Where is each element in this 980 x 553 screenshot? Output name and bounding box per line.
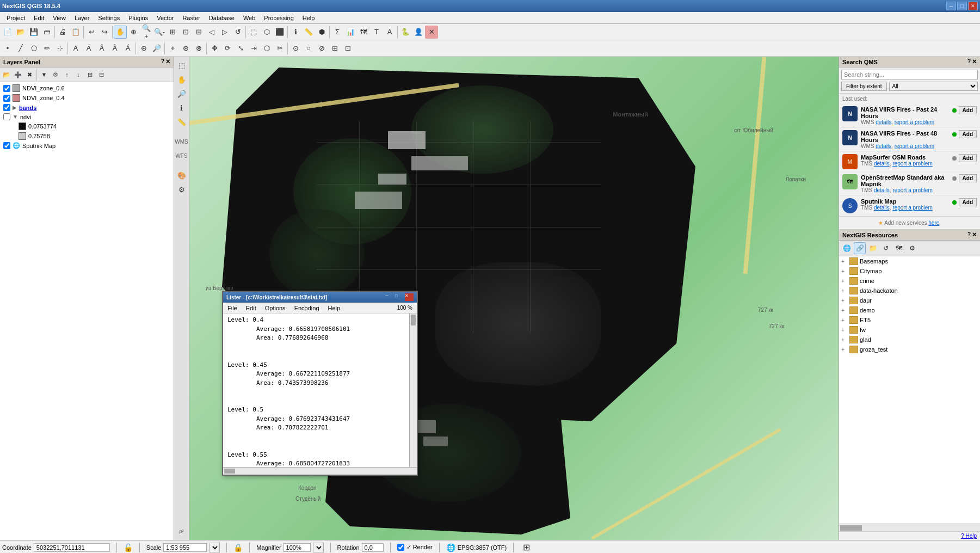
tool-measure[interactable]: 📏	[175, 115, 188, 128]
epsg-label[interactable]: EPSG:3857 (OTF)	[458, 544, 507, 551]
label4-button[interactable]: À	[108, 42, 121, 55]
explode-button[interactable]: ⊡	[341, 42, 354, 55]
layer-check-sputnik[interactable]	[3, 142, 10, 149]
qms-panel-help[interactable]: ?	[967, 58, 971, 65]
res-item-daur[interactable]: + daur	[839, 296, 980, 305]
menu-edit[interactable]: Edit	[29, 14, 48, 22]
res-item-et5[interactable]: + ET5	[839, 315, 980, 325]
undo-button[interactable]: ↩	[85, 26, 98, 39]
nextgis-settings-button[interactable]: ⚙	[906, 242, 918, 254]
menu-help[interactable]: Help	[298, 14, 319, 22]
layer-item-bands[interactable]: ▶ bands	[1, 103, 172, 112]
qms-filter-extent-button[interactable]: Filter by extent	[841, 82, 887, 91]
qms-report-nasa48[interactable]: report a problem	[895, 143, 934, 149]
map-canvas[interactable]: Монтажный с/т Юбилейный Лопатки из Берёз…	[189, 57, 839, 540]
hscroll-thumb[interactable]	[224, 469, 235, 474]
node-tool-button[interactable]: ⊹	[53, 42, 66, 55]
qms-panel-close[interactable]: ✕	[972, 58, 977, 65]
fill-ring-button[interactable]: ⊙	[289, 42, 302, 55]
lister-menu-help[interactable]: Help	[324, 304, 345, 312]
qms-report-nasa24[interactable]: report a problem	[895, 119, 934, 125]
scale-dropdown[interactable]	[209, 543, 220, 552]
redo-button[interactable]: ↪	[98, 26, 111, 39]
heatmap-button[interactable]: 🗺	[357, 26, 370, 39]
stats-button[interactable]: 📊	[344, 26, 357, 39]
save-as-button[interactable]: 🗃	[40, 26, 53, 39]
rotate-feature-button[interactable]: ⟳	[221, 42, 234, 55]
magnifier-input[interactable]	[283, 543, 311, 552]
select-polygon-button[interactable]: ⬡	[260, 26, 273, 39]
menu-raster[interactable]: Raster	[178, 14, 204, 22]
layers-panel-close[interactable]: ✕	[165, 58, 170, 65]
qms-add-nasa48-button[interactable]: Add	[959, 130, 977, 138]
tool-style[interactable]: 🎨	[175, 169, 188, 182]
res-item-fw[interactable]: + fw	[839, 325, 980, 335]
pan-to-selection-button[interactable]: ⊕	[127, 26, 140, 39]
add-ring-button[interactable]: ○	[302, 42, 315, 55]
print-composer-button[interactable]: 📋	[69, 26, 82, 39]
nextgis-connect-button[interactable]: 🔗	[854, 242, 866, 254]
tool-processing[interactable]: ⚙	[175, 183, 188, 196]
lister-hscroll[interactable]	[223, 467, 417, 475]
maximize-button[interactable]: □	[957, 2, 967, 10]
layer-item-ndvi[interactable]: ▼ ndvi	[1, 112, 172, 121]
menu-vector[interactable]: Vector	[152, 14, 178, 22]
open-layer-button[interactable]: 📂	[1, 69, 12, 80]
res-item-crime[interactable]: + crime	[839, 276, 980, 286]
measure-area-button[interactable]: ⬢	[315, 26, 328, 39]
collapse-all-button[interactable]: ⊟	[96, 69, 107, 80]
res-item-demo[interactable]: + demo	[839, 305, 980, 315]
lister-menu-encoding[interactable]: Encoding	[290, 304, 324, 312]
statusbar-more-button[interactable]: ⊞	[520, 542, 532, 554]
coordinate-input[interactable]	[34, 543, 110, 552]
layer-check-ndvi[interactable]	[3, 113, 10, 120]
zoom-out-button[interactable]: 🔍-	[153, 26, 166, 39]
scale-input[interactable]	[163, 543, 207, 552]
text2-button[interactable]: A	[383, 26, 396, 39]
delete-ring-button[interactable]: ⊘	[315, 42, 328, 55]
lister-menu-options[interactable]: Options	[261, 304, 290, 312]
label2-button[interactable]: Ā	[82, 42, 95, 55]
layer-down-button[interactable]: ↓	[73, 69, 84, 80]
layer-check-bands[interactable]	[3, 104, 10, 111]
scrollbar-thumb[interactable]	[411, 315, 416, 325]
select-feature-button[interactable]: ⬚	[247, 26, 260, 39]
qms-report-osm[interactable]: report a problem	[892, 187, 932, 193]
profile-button[interactable]: 👤	[412, 26, 425, 39]
layer-check-ndvi04[interactable]	[3, 95, 10, 102]
layers-panel-help[interactable]: ?	[161, 58, 164, 65]
open-project-button[interactable]: 📂	[14, 26, 27, 39]
qms-add-mapsurfer-button[interactable]: Add	[959, 154, 977, 162]
text-button[interactable]: T	[370, 26, 383, 39]
magnifier-dropdown[interactable]	[313, 543, 324, 552]
res-item-data-hackaton[interactable]: + data-hackaton	[839, 286, 980, 296]
lister-minimize[interactable]: ─	[385, 293, 394, 301]
nextgis-folder-button[interactable]: 📁	[867, 242, 879, 254]
add-layer-button[interactable]: ➕	[13, 69, 23, 80]
tool-add-wfs[interactable]: WFS	[175, 149, 188, 162]
digitize-button[interactable]: ✏	[40, 42, 53, 55]
qms-add-osm-button[interactable]: Add	[959, 174, 977, 182]
draw-point-button[interactable]: •	[1, 42, 14, 55]
menu-processing[interactable]: Processing	[260, 14, 298, 22]
lister-scrollbar[interactable]	[409, 314, 417, 467]
python-button[interactable]: 🐍	[399, 26, 412, 39]
menu-plugins[interactable]: Plugins	[124, 14, 152, 22]
help-link[interactable]: ? Help	[961, 533, 977, 539]
split-button[interactable]: ✂	[273, 42, 286, 55]
qms-add-sputnik-button[interactable]: Add	[959, 198, 977, 206]
remove-layer-button[interactable]: ✖	[24, 69, 35, 80]
qms-filter-select[interactable]: All WMS TMS	[889, 82, 978, 91]
zoom-layer-button[interactable]: ⊡	[179, 26, 192, 39]
zoom-previous-button[interactable]: ◁	[205, 26, 218, 39]
rotation-input[interactable]	[362, 543, 384, 552]
lister-content[interactable]: Level: 0.4 Average: 0.665819700506101 Ar…	[223, 314, 409, 467]
qms-add-nasa24-button[interactable]: Add	[959, 106, 977, 114]
qms-details-sputnik[interactable]: details	[874, 205, 890, 211]
save-project-button[interactable]: 💾	[27, 26, 40, 39]
qms-details-osm[interactable]: details	[874, 187, 890, 193]
menu-database[interactable]: Database	[205, 14, 239, 22]
tool-pointer[interactable]: ⬚	[175, 59, 188, 72]
nextgis-map-button[interactable]: 🗺	[893, 242, 905, 254]
refresh-button[interactable]: ↺	[231, 26, 244, 39]
